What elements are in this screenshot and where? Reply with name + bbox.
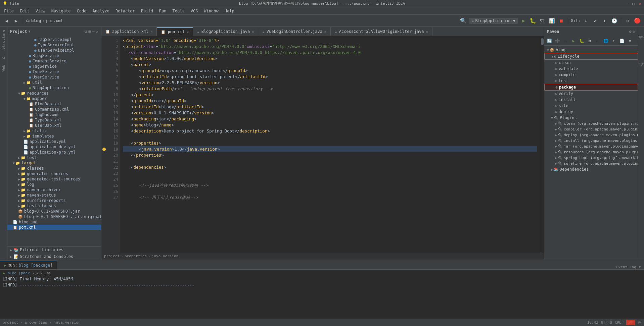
tab-application-xml[interactable]: 📋 application.xml ✕ — [101, 27, 157, 36]
stop-btn[interactable]: ⏹ — [557, 17, 565, 25]
tab-close-blogapp[interactable]: ✕ — [252, 30, 254, 34]
tab-close-pomxml[interactable]: ✕ — [187, 30, 189, 34]
git-commit-btn[interactable]: ✔ — [591, 17, 599, 25]
tree-item-test[interactable]: ▶ 📁 test — [7, 155, 101, 160]
maven-toggle-offline-btn[interactable]: 🌐 — [602, 37, 609, 45]
tree-item-mapper[interactable]: ▼ 📁 mapper — [7, 96, 101, 101]
menu-navigate[interactable]: Navigate — [49, 8, 74, 14]
tree-item-appyml[interactable]: 📄 application.yml — [7, 139, 101, 144]
tree-item-maven-status[interactable]: ▶ 📁 maven-status — [7, 193, 101, 198]
left-tab-web[interactable]: Web — [0, 62, 7, 74]
tree-item-templates[interactable]: ▶ 📁 templates — [7, 133, 101, 139]
sidebar-collapse-btn[interactable]: — — [92, 29, 95, 34]
maven-plugin-jar[interactable]: ▶ 🔌 jar (org.apache.maven.plugins:maven-… — [544, 144, 638, 149]
tree-item-userdao[interactable]: 📋 UserDao.xml — [7, 123, 101, 128]
tab-access-java[interactable]: ☕ AccessControlAllowOriginFilter.java ✕ — [331, 27, 432, 36]
maven-plugin-clean[interactable]: ▶ 🔌 clean (org.apache.maven.plugins:mave… — [544, 121, 638, 126]
tree-item-blogservice[interactable]: ● BlogService — [7, 53, 101, 58]
maven-skip-test-btn[interactable]: m — [586, 37, 593, 45]
tree-item-log[interactable]: ▶ 📁 log — [7, 182, 101, 187]
maven-plugin-compiler[interactable]: ▶ 🔌 compiler (org.apache.maven.plugins:m… — [544, 126, 638, 132]
menu-file[interactable]: File — [1, 8, 16, 14]
scratches-consoles-item[interactable]: ▶ 📝 Scratches and Consoles — [7, 253, 101, 260]
run-tab[interactable]: ▶ Run: blog [package] — [0, 261, 57, 269]
tree-item-target[interactable]: ▼ 📁 target — [7, 160, 101, 166]
left-tab-z[interactable]: Z: — [0, 52, 7, 62]
editor-scrollbar-strip[interactable] — [540, 36, 544, 253]
tree-item-generated-sources[interactable]: ▶ 📁 generated-sources — [7, 171, 101, 176]
tab-pom-xml[interactable]: 📋 pom.xml ✕ — [157, 27, 193, 36]
maven-close-btn[interactable]: ✕ — [633, 29, 635, 34]
git-push-btn[interactable]: ⬆ — [601, 17, 609, 25]
maven-deploy[interactable]: ⚙ deploy — [544, 109, 638, 115]
sidebar-layout-btn[interactable]: ⊞ — [88, 29, 91, 34]
maven-add-btn[interactable]: ➕ — [554, 37, 561, 45]
tree-item-tagdao[interactable]: 📋 TagDao.xml — [7, 112, 101, 117]
maven-dependencies-group[interactable]: ▶ 📚 Dependencies — [544, 166, 638, 172]
tree-item-commentservice[interactable]: ● CommentService — [7, 58, 101, 64]
menu-window[interactable]: Window — [201, 8, 221, 14]
tree-item-surefire-reports[interactable]: ▶ 📁 surefire-reports — [7, 198, 101, 203]
right-tab-database[interactable]: Database — [638, 35, 644, 40]
maximize-btn[interactable]: □ — [633, 1, 635, 6]
tree-item-snapshot-jar-original[interactable]: 📦 blog-0.0.1-SNAPSHOT.jar.original — [7, 214, 101, 219]
sidebar-close-btn[interactable]: ✕ — [96, 29, 98, 34]
tab-blogapp-java[interactable]: ☕ BlogApplication.java ✕ — [193, 27, 258, 36]
menu-build[interactable]: Build — [138, 8, 156, 14]
maven-test[interactable]: ⚙ test — [544, 78, 638, 84]
menu-help[interactable]: Help — [222, 8, 237, 14]
tree-item-blogiml[interactable]: 📄 blog.iml — [7, 219, 101, 225]
menu-edit[interactable]: Edit — [17, 8, 32, 14]
maven-profiles-btn[interactable]: — — [594, 37, 601, 45]
maven-package[interactable]: ⚙ package — [544, 84, 638, 91]
maven-settings-btn[interactable]: ⚙ — [629, 29, 632, 34]
maven-refresh-btn[interactable]: 🔄 — [546, 37, 553, 45]
tree-item-classes[interactable]: ▶ 📁 classes — [7, 166, 101, 171]
tree-item-static[interactable]: ▶ 📁 static — [7, 128, 101, 133]
tree-item-maven-archiver[interactable]: ▶ 📁 maven-archiver — [7, 187, 101, 193]
maven-clean[interactable]: ⚙ clean — [544, 60, 638, 66]
maven-run-btn[interactable]: ▶ — [570, 37, 577, 45]
event-log-btn[interactable]: Event Log — [616, 265, 636, 269]
scrollbar-thumb[interactable] — [541, 38, 544, 45]
maven-validate[interactable]: ⚙ validate — [544, 66, 638, 72]
sidebar-gear-btn[interactable]: ⚙ — [85, 29, 87, 34]
tree-item-typeserviceimpl[interactable]: ● TypeServiceImpl — [7, 42, 101, 48]
maven-plugin-install[interactable]: ▶ 🔌 install (org.apache.maven.plugins:ma… — [544, 138, 638, 144]
breadcrumb-javaversion[interactable]: java.version — [152, 254, 178, 258]
maven-debug-btn[interactable]: 🐛 — [578, 37, 585, 45]
maven-collapse-btn[interactable]: — — [562, 37, 569, 45]
menu-analyze[interactable]: Analyze — [90, 8, 112, 14]
maven-plugins-group[interactable]: ▼ 🔌 Plugins — [544, 115, 638, 121]
tree-item-blogapplication[interactable]: ● BlogApplication — [7, 85, 101, 91]
project-dropdown-icon[interactable]: ▼ — [29, 30, 31, 33]
menu-code[interactable]: Code — [74, 8, 89, 14]
tree-item-snapshot-jar[interactable]: 📦 blog-0.0.1-SNAPSHOT.jar — [7, 209, 101, 214]
right-tab-bean-validation[interactable]: Bean Validation — [638, 62, 644, 67]
tree-item-tagservice[interactable]: ● TagService — [7, 64, 101, 69]
gutter-lightbulb[interactable] — [102, 148, 106, 151]
external-libraries-item[interactable]: ▶ 📚 External Libraries — [7, 247, 101, 253]
maven-more-btn[interactable]: ⚙ — [626, 37, 634, 45]
tree-item-resources[interactable]: ▼ 📁 resources — [7, 91, 101, 96]
breadcrumb-project[interactable]: project — [104, 254, 120, 258]
menu-vcs[interactable]: VCS — [188, 8, 201, 14]
maven-doc-btn[interactable]: 📄 — [618, 37, 626, 45]
breadcrumb-properties[interactable]: properties — [125, 254, 147, 258]
maven-lifecycle-group[interactable]: ▼ ⚙ Lifecycle — [544, 53, 638, 60]
maven-plugin-resources[interactable]: ▶ 🔌 resources (org.apache.maven.plugins:… — [544, 149, 638, 155]
menu-refactor[interactable]: Refactor — [113, 8, 138, 14]
menu-run[interactable]: Run — [156, 8, 169, 14]
forward-btn[interactable]: ▶ — [12, 17, 20, 25]
profile-btn[interactable]: 📊 — [548, 17, 556, 25]
search-btn[interactable]: 🔴 — [633, 17, 641, 25]
run-btn[interactable]: ▶ — [519, 17, 527, 25]
tree-item-typeservice[interactable]: ● TypeService — [7, 69, 101, 74]
bottom-settings-btn[interactable]: ⚙ — [639, 265, 641, 269]
run-with-coverage-btn[interactable]: 🛡 — [538, 17, 546, 25]
git-update-btn[interactable]: ⬇ — [582, 17, 590, 25]
maven-compile[interactable]: ⚙ compile — [544, 72, 638, 78]
tab-close-vuelogin[interactable]: ✕ — [324, 30, 326, 34]
maven-verify[interactable]: ⚙ verify — [544, 91, 638, 97]
menu-tools[interactable]: Tools — [170, 8, 187, 14]
